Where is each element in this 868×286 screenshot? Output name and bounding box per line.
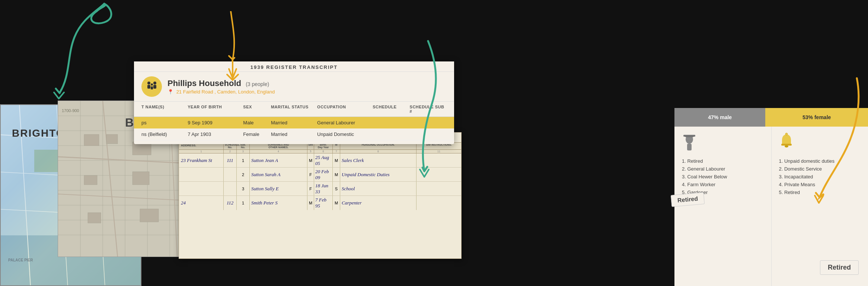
svg-rect-39 (84, 175, 97, 185)
reg-row1-birth: 25 Aug 05 (314, 153, 333, 167)
svg-rect-42 (88, 213, 101, 223)
yellow-arrow-right (797, 74, 864, 206)
household-address: 📍 21 Fairfield Road , Camden, London, En… (167, 89, 276, 95)
reg-row1-address: 23 Frankham St (179, 153, 224, 167)
reg-row4-sub: 1 (237, 196, 250, 210)
male-col: 1. Retired 2. General Labourer 3. Coal H… (674, 127, 772, 286)
male-icon (682, 133, 764, 155)
row1-occupation: General Labourer (317, 120, 373, 125)
male-occ-2: 2. General Labourer (682, 166, 764, 172)
reg-row3-marital: S (333, 182, 340, 196)
col-header-occupation: OCCUPATION (317, 105, 373, 114)
teal-swirl-left (37, 0, 119, 121)
reg-row4-address: 24 (179, 196, 224, 210)
reg-row4-marital: M (333, 196, 340, 210)
svg-point-47 (153, 82, 156, 85)
svg-rect-48 (153, 85, 156, 89)
reg-row1-sub: 1 (237, 153, 250, 167)
reg-row2-sex: F (307, 168, 314, 181)
reg-row1-name: Sutton Jean A (250, 153, 307, 167)
reg-row3-birth: 18 Jun 33 (314, 182, 333, 196)
male-bar: 47% male (674, 108, 765, 127)
col-header-name: T NAME(S) (141, 105, 188, 114)
reg-row4-sex: M (307, 196, 314, 210)
reg-row4-instr (417, 196, 461, 210)
reg-row4-occ: Carpenter (340, 196, 417, 210)
reg-row4-sched: 112 (224, 196, 237, 210)
svg-rect-40 (133, 172, 149, 185)
reg-row4-name: Smith Peter S (250, 196, 307, 210)
reg-row1-marital: M (333, 153, 340, 167)
svg-rect-46 (147, 85, 150, 89)
row2-marital: Married (271, 131, 317, 137)
svg-rect-54 (687, 144, 692, 150)
reg-row3-sex: F (307, 182, 314, 196)
reg-row4-birth: 7 Feb 95 (314, 196, 333, 210)
svg-point-56 (785, 145, 788, 147)
svg-rect-53 (683, 135, 695, 137)
yellow-arrow-top (216, 11, 246, 87)
male-occupations-list: 1. Retired 2. General Labourer 3. Coal H… (682, 158, 764, 195)
reg-row2-sub: 2 (237, 168, 250, 181)
reg-row2-marital: M (333, 168, 340, 181)
teal-swirl-right (391, 37, 465, 188)
male-occ-4: 4. Farm Worker (682, 182, 764, 187)
row2-occupation: Unpaid Domestic (317, 131, 373, 137)
reg-row1-sched: 111 (224, 153, 237, 167)
register-row-4: 24 112 1 Smith Peter S M 7 Feb 95 M Carp… (179, 196, 461, 210)
row1-name: ps (141, 120, 188, 125)
col-header-marital: MARITAL STATUS (271, 105, 317, 114)
svg-text:PALACE PIER: PALACE PIER (8, 258, 33, 262)
col-header-sex: SEX (243, 105, 271, 114)
svg-point-45 (147, 82, 150, 85)
reg-row3-sched (224, 182, 237, 196)
row1-yob: 9 Sep 1909 (188, 120, 243, 125)
reg-row3-sub: 3 (237, 182, 250, 196)
svg-point-57 (785, 133, 788, 135)
col-header-yob: YEAR OF BIRTH (188, 105, 243, 114)
reg-row3-address (179, 182, 224, 196)
svg-point-49 (151, 83, 153, 86)
reg-row2-address (179, 168, 224, 181)
svg-rect-50 (151, 86, 153, 89)
male-occ-3: 3. Coal Hewer Below (682, 174, 764, 179)
reg-row2-sched (224, 168, 237, 181)
row1-sex: Male (243, 120, 271, 125)
svg-rect-43 (140, 209, 159, 222)
retired-badge-bottom: Retired (820, 260, 859, 275)
row2-sex: Female (243, 131, 271, 137)
male-occ-1: 1. Retired (682, 158, 764, 164)
row1-marital: Married (271, 120, 317, 125)
row2-yob: 7 Apr 1903 (188, 131, 243, 137)
reg-row3-name: Sutton Sally E (250, 182, 307, 196)
reg-row2-birth: 20 Feb 09 (314, 168, 333, 181)
svg-rect-35 (84, 134, 99, 146)
svg-rect-36 (106, 134, 118, 144)
reg-row1-sex: M (307, 153, 314, 167)
row2-name: ns (Belfield) (141, 131, 188, 137)
reg-row2-name: Sutton Sarah A (250, 168, 307, 181)
household-icon (141, 76, 162, 97)
